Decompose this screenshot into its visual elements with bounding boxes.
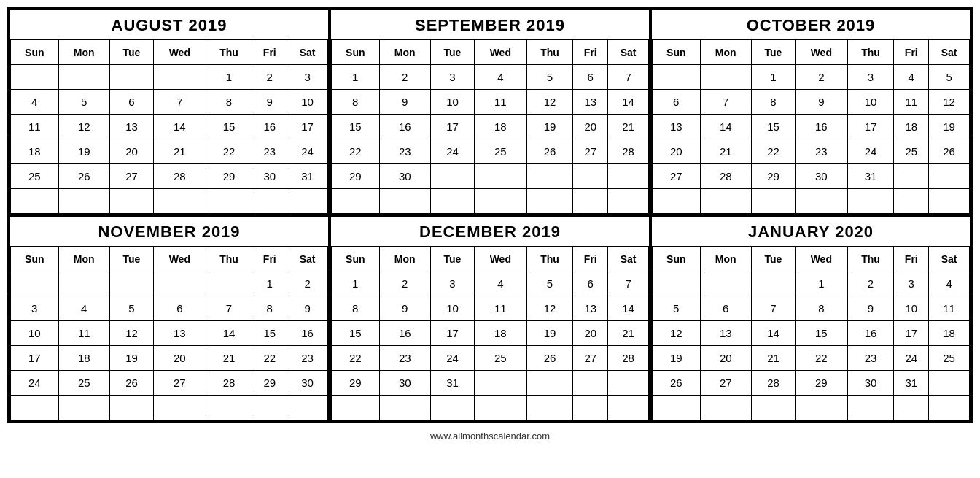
day-cell <box>332 189 380 214</box>
day-cell: 11 <box>475 90 527 115</box>
day-cell: 29 <box>332 164 380 189</box>
day-cell: 5 <box>526 271 573 296</box>
week-row: 262728293031 <box>653 371 970 396</box>
day-cell: 2 <box>287 271 328 296</box>
day-cell: 10 <box>430 90 474 115</box>
day-cell <box>653 189 701 214</box>
calendar-oct2019: OCTOBER 2019SunMonTueWedThuFriSat1234567… <box>650 9 971 215</box>
day-cell <box>751 396 795 420</box>
day-header-sat: Sat <box>929 247 970 271</box>
day-header-wed: Wed <box>796 40 848 65</box>
day-cell <box>379 396 430 420</box>
day-cell: 28 <box>751 371 795 396</box>
day-cell: 17 <box>847 115 894 139</box>
day-cell: 14 <box>751 321 795 346</box>
day-header-tue: Tue <box>109 40 153 65</box>
day-cell: 9 <box>287 296 328 321</box>
week-row: 293031 <box>332 371 649 396</box>
day-header-sun: Sun <box>332 247 380 271</box>
day-cell: 8 <box>751 90 795 115</box>
footer: www.allmonthscalendar.com <box>7 428 973 444</box>
day-header-thu: Thu <box>206 40 252 65</box>
day-cell: 24 <box>11 371 59 396</box>
day-cell: 17 <box>894 321 929 346</box>
day-cell <box>700 65 751 90</box>
day-cell: 7 <box>608 271 649 296</box>
calendar-aug2019: AUGUST 2019SunMonTueWedThuFriSat12345678… <box>9 9 330 215</box>
day-cell: 29 <box>751 164 795 189</box>
week-row: 1234 <box>653 271 970 296</box>
day-cell: 21 <box>751 346 795 371</box>
day-header-fri: Fri <box>894 247 929 271</box>
day-cell: 17 <box>430 115 474 139</box>
day-cell <box>573 164 608 189</box>
day-cell: 31 <box>430 371 474 396</box>
day-cell: 21 <box>206 346 252 371</box>
day-cell <box>206 189 252 214</box>
week-row: 45678910 <box>11 90 328 115</box>
day-cell: 2 <box>252 65 287 90</box>
week-row <box>332 189 649 214</box>
week-row: 22232425262728 <box>332 139 649 164</box>
day-cell: 23 <box>796 139 848 164</box>
day-cell: 28 <box>700 164 751 189</box>
day-cell <box>475 371 527 396</box>
day-cell <box>653 271 701 296</box>
day-header-wed: Wed <box>154 40 206 65</box>
week-row: 2728293031 <box>653 164 970 189</box>
week-row: 19202122232425 <box>653 346 970 371</box>
day-cell <box>796 396 848 420</box>
day-cell <box>154 396 206 420</box>
day-cell: 12 <box>109 321 153 346</box>
day-cell: 16 <box>252 115 287 139</box>
day-cell: 4 <box>475 271 527 296</box>
calendar-nov2019: NOVEMBER 2019SunMonTueWedThuFriSat123456… <box>9 215 330 422</box>
day-cell: 26 <box>109 371 153 396</box>
day-cell <box>573 396 608 420</box>
day-cell: 9 <box>796 90 848 115</box>
day-cell <box>252 189 287 214</box>
day-cell: 19 <box>109 346 153 371</box>
week-row: 20212223242526 <box>653 139 970 164</box>
day-header-thu: Thu <box>847 247 894 271</box>
week-row: 891011121314 <box>332 90 649 115</box>
day-cell: 28 <box>206 371 252 396</box>
day-cell: 27 <box>154 371 206 396</box>
day-cell: 26 <box>929 139 970 164</box>
day-cell <box>475 164 527 189</box>
day-cell: 4 <box>929 271 970 296</box>
day-cell: 30 <box>287 371 328 396</box>
day-cell: 26 <box>653 371 701 396</box>
day-cell: 6 <box>154 296 206 321</box>
day-cell <box>526 164 573 189</box>
day-cell <box>526 396 573 420</box>
day-cell: 19 <box>929 115 970 139</box>
day-cell: 12 <box>653 321 701 346</box>
day-cell: 1 <box>751 65 795 90</box>
week-row: 567891011 <box>653 296 970 321</box>
day-header-sat: Sat <box>287 247 328 271</box>
day-cell: 16 <box>379 115 430 139</box>
day-cell: 11 <box>58 321 109 346</box>
day-cell: 5 <box>653 296 701 321</box>
week-row: 12 <box>11 271 328 296</box>
day-header-sun: Sun <box>332 40 380 65</box>
day-cell: 20 <box>154 346 206 371</box>
day-cell: 14 <box>608 296 649 321</box>
day-cell: 1 <box>206 65 252 90</box>
day-cell <box>430 189 474 214</box>
day-cell: 15 <box>796 321 848 346</box>
day-cell: 6 <box>109 90 153 115</box>
day-cell: 19 <box>653 346 701 371</box>
day-cell: 22 <box>252 346 287 371</box>
day-cell <box>608 164 649 189</box>
calendar-title-aug2019: AUGUST 2019 <box>10 10 328 39</box>
day-header-sat: Sat <box>608 247 649 271</box>
day-cell: 18 <box>894 115 929 139</box>
day-cell <box>332 396 380 420</box>
day-cell: 26 <box>58 164 109 189</box>
day-cell: 18 <box>11 139 59 164</box>
day-cell <box>58 271 109 296</box>
day-header-fri: Fri <box>252 247 287 271</box>
day-cell <box>573 371 608 396</box>
